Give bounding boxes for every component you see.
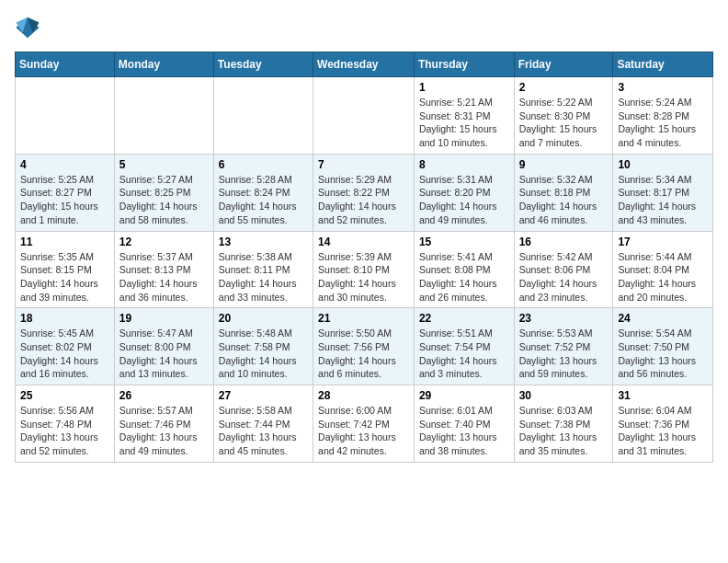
day-number: 4: [20, 158, 109, 171]
calendar-cell: 13Sunrise: 5:38 AM Sunset: 8:11 PM Dayli…: [213, 231, 313, 308]
calendar-cell: 20Sunrise: 5:48 AM Sunset: 7:58 PM Dayli…: [213, 308, 313, 385]
day-info: Sunrise: 6:03 AM Sunset: 7:38 PM Dayligh…: [519, 404, 609, 458]
day-info: Sunrise: 5:22 AM Sunset: 8:30 PM Dayligh…: [519, 96, 609, 150]
day-info: Sunrise: 5:42 AM Sunset: 8:06 PM Dayligh…: [519, 250, 609, 304]
calendar-cell: 30Sunrise: 6:03 AM Sunset: 7:38 PM Dayli…: [514, 385, 613, 463]
calendar-cell: 23Sunrise: 5:53 AM Sunset: 7:52 PM Dayli…: [514, 308, 613, 385]
day-number: 8: [419, 158, 509, 171]
day-number: 28: [318, 389, 409, 402]
day-number: 23: [519, 312, 609, 325]
calendar-cell: [16, 77, 115, 155]
calendar-cell: 25Sunrise: 5:56 AM Sunset: 7:48 PM Dayli…: [16, 385, 115, 463]
calendar-table: SundayMondayTuesdayWednesdayThursdayFrid…: [15, 52, 713, 463]
day-info: Sunrise: 5:54 AM Sunset: 7:50 PM Dayligh…: [618, 327, 708, 381]
day-info: Sunrise: 5:37 AM Sunset: 8:13 PM Dayligh…: [119, 250, 209, 304]
day-info: Sunrise: 5:38 AM Sunset: 8:11 PM Dayligh…: [219, 250, 308, 304]
day-info: Sunrise: 5:48 AM Sunset: 7:58 PM Dayligh…: [219, 327, 308, 381]
day-number: 6: [219, 158, 308, 171]
day-number: 19: [119, 312, 209, 325]
day-number: 14: [318, 236, 409, 248]
day-info: Sunrise: 5:35 AM Sunset: 8:15 PM Dayligh…: [20, 250, 109, 304]
day-info: Sunrise: 5:56 AM Sunset: 7:48 PM Dayligh…: [20, 404, 109, 458]
day-number: 30: [519, 389, 609, 402]
calendar-cell: 11Sunrise: 5:35 AM Sunset: 8:15 PM Dayli…: [16, 231, 115, 308]
calendar-cell: 1Sunrise: 5:21 AM Sunset: 8:31 PM Daylig…: [414, 77, 514, 155]
calendar-cell: 5Sunrise: 5:27 AM Sunset: 8:25 PM Daylig…: [114, 154, 213, 231]
day-number: 2: [519, 81, 609, 94]
day-number: 13: [219, 236, 308, 248]
day-number: 1: [419, 81, 509, 94]
day-number: 18: [20, 312, 109, 325]
day-info: Sunrise: 5:58 AM Sunset: 7:44 PM Dayligh…: [219, 404, 308, 458]
day-number: 20: [219, 312, 308, 325]
calendar-cell: 7Sunrise: 5:29 AM Sunset: 8:22 PM Daylig…: [313, 154, 415, 231]
calendar-cell: 10Sunrise: 5:34 AM Sunset: 8:17 PM Dayli…: [613, 154, 713, 231]
calendar-cell: 3Sunrise: 5:24 AM Sunset: 8:28 PM Daylig…: [613, 77, 713, 155]
calendar-cell: 21Sunrise: 5:50 AM Sunset: 7:56 PM Dayli…: [313, 308, 415, 385]
day-info: Sunrise: 5:39 AM Sunset: 8:10 PM Dayligh…: [318, 250, 409, 304]
day-number: 15: [419, 236, 509, 248]
day-number: 7: [318, 158, 409, 171]
day-number: 17: [618, 236, 708, 248]
calendar-cell: [114, 77, 213, 155]
day-info: Sunrise: 5:57 AM Sunset: 7:46 PM Dayligh…: [119, 404, 209, 458]
calendar-cell: 6Sunrise: 5:28 AM Sunset: 8:24 PM Daylig…: [213, 154, 313, 231]
day-number: 24: [618, 312, 708, 325]
day-info: Sunrise: 5:31 AM Sunset: 8:20 PM Dayligh…: [419, 173, 509, 227]
day-info: Sunrise: 6:00 AM Sunset: 7:42 PM Dayligh…: [318, 404, 409, 458]
day-info: Sunrise: 5:24 AM Sunset: 8:28 PM Dayligh…: [618, 96, 708, 150]
weekday-header-tuesday: Tuesday: [213, 52, 313, 77]
calendar-cell: 18Sunrise: 5:45 AM Sunset: 8:02 PM Dayli…: [16, 308, 115, 385]
logo-icon: [15, 15, 40, 40]
calendar-cell: 19Sunrise: 5:47 AM Sunset: 8:00 PM Dayli…: [114, 308, 213, 385]
calendar-cell: 17Sunrise: 5:44 AM Sunset: 8:04 PM Dayli…: [613, 231, 713, 308]
day-number: 31: [618, 389, 708, 402]
day-number: 21: [318, 312, 409, 325]
logo: [15, 15, 44, 40]
day-number: 10: [618, 158, 708, 171]
calendar-cell: 22Sunrise: 5:51 AM Sunset: 7:54 PM Dayli…: [414, 308, 514, 385]
day-number: 27: [219, 389, 308, 402]
calendar-cell: 12Sunrise: 5:37 AM Sunset: 8:13 PM Dayli…: [114, 231, 213, 308]
calendar-week-5: 25Sunrise: 5:56 AM Sunset: 7:48 PM Dayli…: [16, 385, 713, 463]
day-info: Sunrise: 5:34 AM Sunset: 8:17 PM Dayligh…: [618, 173, 708, 227]
calendar-cell: 24Sunrise: 5:54 AM Sunset: 7:50 PM Dayli…: [613, 308, 713, 385]
day-number: 16: [519, 236, 609, 248]
day-info: Sunrise: 5:25 AM Sunset: 8:27 PM Dayligh…: [20, 173, 109, 227]
weekday-header-wednesday: Wednesday: [313, 52, 415, 77]
day-info: Sunrise: 5:29 AM Sunset: 8:22 PM Dayligh…: [318, 173, 409, 227]
page-header: [15, 15, 713, 40]
day-number: 25: [20, 389, 109, 402]
day-number: 5: [119, 158, 209, 171]
calendar-cell: 28Sunrise: 6:00 AM Sunset: 7:42 PM Dayli…: [313, 385, 415, 463]
calendar-cell: [213, 77, 313, 155]
day-info: Sunrise: 5:53 AM Sunset: 7:52 PM Dayligh…: [519, 327, 609, 381]
calendar-cell: 4Sunrise: 5:25 AM Sunset: 8:27 PM Daylig…: [16, 154, 115, 231]
day-number: 26: [119, 389, 209, 402]
calendar-cell: 29Sunrise: 6:01 AM Sunset: 7:40 PM Dayli…: [414, 385, 514, 463]
day-info: Sunrise: 5:21 AM Sunset: 8:31 PM Dayligh…: [419, 96, 509, 150]
calendar-week-1: 1Sunrise: 5:21 AM Sunset: 8:31 PM Daylig…: [16, 77, 713, 155]
day-info: Sunrise: 5:27 AM Sunset: 8:25 PM Dayligh…: [119, 173, 209, 227]
calendar-week-4: 18Sunrise: 5:45 AM Sunset: 8:02 PM Dayli…: [16, 308, 713, 385]
calendar-cell: 8Sunrise: 5:31 AM Sunset: 8:20 PM Daylig…: [414, 154, 514, 231]
calendar-cell: 31Sunrise: 6:04 AM Sunset: 7:36 PM Dayli…: [613, 385, 713, 463]
day-number: 12: [119, 236, 209, 248]
day-number: 29: [419, 389, 509, 402]
day-info: Sunrise: 5:45 AM Sunset: 8:02 PM Dayligh…: [20, 327, 109, 381]
day-number: 22: [419, 312, 509, 325]
day-number: 9: [519, 158, 609, 171]
weekday-header-thursday: Thursday: [414, 52, 514, 77]
weekday-header-saturday: Saturday: [613, 52, 713, 77]
day-info: Sunrise: 5:28 AM Sunset: 8:24 PM Dayligh…: [219, 173, 308, 227]
calendar-cell: 14Sunrise: 5:39 AM Sunset: 8:10 PM Dayli…: [313, 231, 415, 308]
day-info: Sunrise: 5:51 AM Sunset: 7:54 PM Dayligh…: [419, 327, 509, 381]
weekday-header-friday: Friday: [514, 52, 613, 77]
calendar-week-3: 11Sunrise: 5:35 AM Sunset: 8:15 PM Dayli…: [16, 231, 713, 308]
day-number: 11: [20, 236, 109, 248]
calendar-cell: [313, 77, 415, 155]
day-info: Sunrise: 5:50 AM Sunset: 7:56 PM Dayligh…: [318, 327, 409, 381]
day-number: 3: [618, 81, 708, 94]
weekday-header-monday: Monday: [114, 52, 213, 77]
day-info: Sunrise: 5:47 AM Sunset: 8:00 PM Dayligh…: [119, 327, 209, 381]
